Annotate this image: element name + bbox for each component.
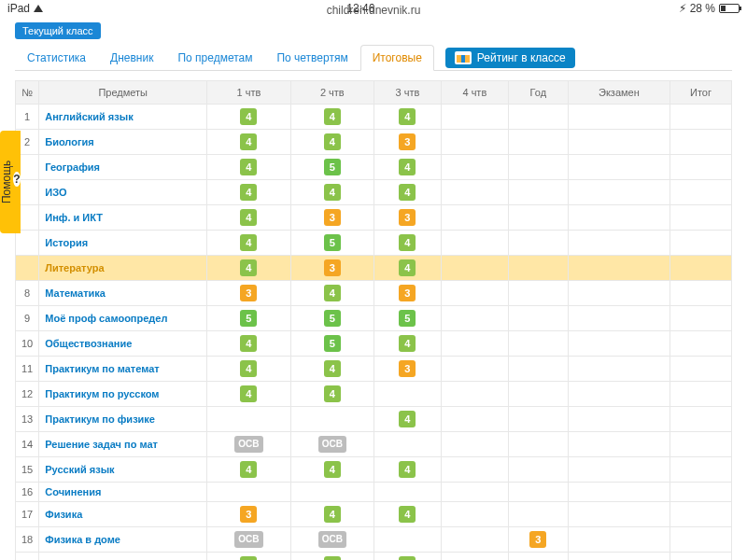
subject-link[interactable]: Математика [39, 281, 207, 306]
table-row: География454 [16, 155, 732, 180]
subject-link[interactable]: ИЗО [39, 180, 207, 205]
help-sidebar-tab[interactable]: Помощь ? [0, 131, 21, 233]
subject-link[interactable]: Решение задач по мат [39, 432, 207, 457]
cell-final [669, 306, 731, 331]
cell-q4 [441, 130, 508, 155]
cell-q2: 4 [290, 180, 374, 205]
subject-link[interactable]: Русский язык [39, 457, 207, 483]
subject-link[interactable]: История [39, 231, 207, 256]
cell-q4 [441, 155, 508, 180]
cell-final [669, 527, 731, 553]
cell-q3: 4 [374, 256, 441, 281]
grade-badge: 4 [399, 506, 416, 523]
subject-link[interactable]: Английский язык [39, 105, 207, 130]
col-subject: Предметы [39, 81, 207, 105]
grade-badge: 4 [240, 184, 257, 201]
cell-q3: 4 [374, 457, 441, 483]
subject-link[interactable]: Моё проф самоопредел [39, 306, 207, 331]
subject-link[interactable]: Биология [39, 130, 207, 155]
cell-exam [568, 502, 669, 527]
cell-q1: 4 [207, 130, 290, 155]
subject-link[interactable]: Сочинения [39, 483, 207, 502]
table-row: История454 [16, 231, 732, 256]
table-row: Инф. и ИКТ433 [16, 205, 732, 231]
row-num: 18 [16, 527, 39, 553]
cell-q3: 3 [374, 130, 441, 155]
subject-link[interactable]: Физика в доме [39, 527, 207, 553]
tab-bar: СтатистикаДневникПо предметамПо четвертя… [15, 45, 732, 71]
cell-q4 [441, 483, 508, 502]
cell-q4 [441, 432, 508, 457]
cell-year [508, 180, 568, 205]
cell-year: 3 [508, 527, 568, 553]
col-q4: 4 чтв [441, 81, 508, 105]
cell-q1 [207, 483, 290, 502]
cell-final [669, 281, 731, 306]
tab-4[interactable]: Итоговые [360, 45, 434, 71]
cell-q3: 4 [374, 553, 441, 561]
subject-link[interactable]: Инф. и ИКТ [39, 205, 207, 231]
grade-badge: 4 [399, 259, 416, 276]
grade-badge: ОСВ [318, 531, 346, 548]
row-num: 1 [16, 105, 39, 130]
cell-exam [568, 382, 669, 407]
row-num: 15 [16, 457, 39, 483]
current-class-badge[interactable]: Текущий класс [15, 22, 101, 39]
cell-year [508, 553, 568, 561]
grade-badge: ОСВ [234, 531, 262, 548]
cell-q2: 4 [290, 457, 374, 483]
cell-q4 [441, 553, 508, 561]
grade-badge: 4 [240, 461, 257, 478]
cell-final [669, 483, 731, 502]
cell-year [508, 306, 568, 331]
grade-badge: 4 [399, 234, 416, 251]
help-label: Помощь [0, 161, 13, 203]
battery-percent: 28 % [690, 2, 715, 15]
subject-link[interactable]: Практикум по физике [39, 407, 207, 432]
grade-badge: 5 [324, 234, 341, 251]
subject-link[interactable]: Физкультура [39, 553, 207, 561]
cell-exam [568, 231, 669, 256]
grade-badge: 3 [399, 285, 416, 301]
cell-q3: 5 [374, 306, 441, 331]
cell-final [669, 180, 731, 205]
cell-q4 [441, 306, 508, 331]
tab-3[interactable]: По четвертям [264, 45, 359, 70]
cell-exam [568, 331, 669, 357]
subject-link[interactable]: Литература [39, 256, 207, 281]
device-label: iPad [7, 2, 30, 15]
cell-final [669, 382, 731, 407]
cell-q2: ОСВ [290, 527, 374, 553]
cell-q4 [441, 331, 508, 357]
table-row: ИЗО444 [16, 180, 732, 205]
cell-final [669, 502, 731, 527]
subject-link[interactable]: Обществознание [39, 331, 207, 357]
cell-exam [568, 432, 669, 457]
col-q3: 3 чтв [374, 81, 441, 105]
table-row: 1Английский язык444 [16, 105, 732, 130]
subject-link[interactable]: Практикум по русском [39, 382, 207, 407]
rating-pill[interactable]: Рейтинг в классе [445, 48, 575, 68]
cell-q3: 4 [374, 180, 441, 205]
grade-badge: 4 [240, 556, 257, 560]
tab-0[interactable]: Статистика [15, 45, 98, 70]
cell-exam [568, 180, 669, 205]
cell-final [669, 105, 731, 130]
cell-final [669, 231, 731, 256]
tab-1[interactable]: Дневник [98, 45, 165, 70]
cell-q2: 4 [290, 357, 374, 382]
cell-final [669, 205, 731, 231]
cell-exam [568, 306, 669, 331]
grade-badge: 3 [324, 209, 341, 226]
cell-exam [568, 457, 669, 483]
grade-badge: 4 [399, 461, 416, 478]
cell-q1: 4 [207, 180, 290, 205]
tab-2[interactable]: По предметам [165, 45, 264, 70]
wifi-icon [34, 5, 43, 12]
subject-link[interactable]: Физика [39, 502, 207, 527]
grade-badge: 4 [324, 133, 341, 150]
help-icon: ? [13, 172, 21, 187]
subject-link[interactable]: География [39, 155, 207, 180]
grades-table: № Предметы 1 чтв 2 чтв 3 чтв 4 чтв Год Э… [15, 80, 732, 560]
subject-link[interactable]: Практикум по математ [39, 357, 207, 382]
